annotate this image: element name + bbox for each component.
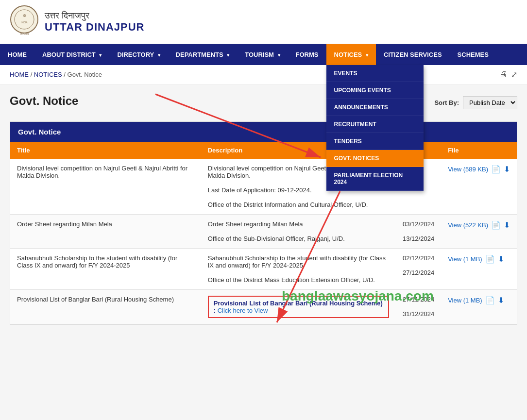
dropdown-item-govt-notices[interactable]: GOVT. NOTICES [326, 150, 424, 167]
dropdown-item-upcoming[interactable]: UPCOMING EVENTS [326, 82, 424, 99]
print-icon[interactable]: 🖨 [499, 70, 507, 79]
dropdown-link-events[interactable]: EVENTS [326, 65, 424, 82]
row4-file-link[interactable]: View (1 MB) 📄⬇ [448, 296, 510, 305]
download-icon[interactable]: ⬇ [498, 254, 504, 264]
breadcrumb-actions: 🖨 ⤢ [499, 70, 517, 79]
nav-item-forms[interactable]: FORMS [288, 44, 326, 65]
row4-file: View (1 MB) 📄⬇ [441, 290, 517, 324]
chevron-down-icon: ▾ [99, 52, 102, 58]
dropdown-link-upcoming[interactable]: UPCOMING EVENTS [326, 82, 424, 99]
col-file: File [441, 142, 517, 159]
sort-bar: Sort By: Publish Date [434, 96, 517, 109]
sort-label: Sort By: [434, 99, 459, 106]
col-title: Title [10, 142, 201, 159]
download-icon[interactable]: ⬇ [498, 296, 504, 305]
dropdown-link-recruitment[interactable]: RECRUITMENT [326, 116, 424, 133]
nav-item-notices[interactable]: NOTICES ▾ EVENTS UPCOMING EVENTS ANNOUNC… [326, 44, 376, 65]
row1-file-link[interactable]: View (589 KB) 📄⬇ [448, 165, 510, 174]
logo-hindi: उत्तर दिनाजपुर [45, 11, 144, 21]
table-header-row: Title Description St... Publish Date Fil… [10, 142, 517, 159]
row4-desc-link[interactable]: Click here to View [218, 307, 268, 314]
nav-link-notices[interactable]: NOTICES ▾ [326, 44, 376, 65]
breadcrumb-sep2: / [64, 71, 67, 78]
table-row: Sahanubhuti Scholarship to the student w… [10, 249, 517, 290]
row2-file-link[interactable]: View (522 KB) 📄⬇ [448, 220, 510, 230]
site-header: ☸ INDIA सत्यमेव उत्तर दिनाजपुर UTTAR DIN… [0, 0, 527, 44]
row2-file: View (522 KB) 📄⬇ [441, 215, 517, 249]
nav-item-home[interactable]: HOME [0, 44, 34, 65]
chevron-down-icon: ▾ [278, 52, 280, 58]
nav-item-about[interactable]: ABOUT DISTRICT ▾ [34, 44, 109, 65]
row2-title: Order Sheet regarding Milan Mela [10, 215, 201, 249]
main-nav: HOME ABOUT DISTRICT ▾ DIRECTORY ▾ DEPART… [0, 44, 527, 65]
row4-highlighted-cell: Provisional List of Banglar Bari (Rural … [208, 296, 389, 318]
breadcrumb-bar: HOME / NOTICES / Govt. Notice 🖨 ⤢ [0, 65, 527, 84]
dropdown-item-parliament[interactable]: PARLIAMENT ELECTION 2024 [326, 167, 424, 191]
breadcrumb-sep1: / [31, 71, 34, 78]
breadcrumb-current: Govt. Notice [68, 71, 102, 78]
pdf-icon: 📄 [485, 254, 495, 264]
table-title-bar: Govt. Notice [10, 122, 517, 142]
download-icon[interactable]: ⬇ [504, 220, 510, 230]
pdf-icon: 📄 [491, 220, 501, 230]
breadcrumb-home[interactable]: HOME [10, 71, 29, 78]
dropdown-link-parliament[interactable]: PARLIAMENT ELECTION 2024 [326, 167, 424, 191]
svg-text:सत्यमेव: सत्यमेव [19, 32, 29, 35]
dropdown-link-tenders[interactable]: TENDERS [326, 133, 424, 150]
download-icon[interactable]: ⬇ [504, 165, 510, 174]
chevron-down-icon: ▾ [227, 52, 229, 58]
nav-link-home[interactable]: HOME [0, 44, 34, 65]
table-row: Provisional List of Banglar Bari (Rural … [10, 290, 517, 324]
row2-description: Order Sheet regarding Milan Mela Office … [201, 215, 396, 249]
svg-text:INDIA: INDIA [21, 21, 28, 24]
nav-link-departments[interactable]: DEPARTMENTS ▾ [168, 44, 238, 65]
breadcrumb: HOME / NOTICES / Govt. Notice [10, 71, 102, 78]
svg-text:☸: ☸ [23, 14, 26, 18]
nav-item-schemes[interactable]: SCHEMES [450, 44, 496, 65]
table-row: Divisional level competition on Najrul G… [10, 159, 517, 215]
row2-start-date: 03/12/202413/12/2024 [396, 215, 441, 249]
nav-item-tourism[interactable]: TOURISM ▾ [237, 44, 288, 65]
nav-link-about[interactable]: ABOUT DISTRICT ▾ [34, 44, 109, 65]
dropdown-item-events[interactable]: EVENTS [326, 65, 424, 82]
nav-item-directory[interactable]: DIRECTORY ▾ [109, 44, 168, 65]
row3-start-date: 02/12/202427/12/2024 [396, 249, 441, 290]
dropdown-item-announcements[interactable]: ANNOUNCEMENTS [326, 99, 424, 116]
site-logo: ☸ INDIA सत्यमेव उत्तर दिनाजपुर UTTAR DIN… [10, 5, 144, 39]
row3-description: Sahanubhuti Scholarship to the student w… [201, 249, 396, 290]
chevron-down-icon: ▾ [366, 52, 368, 58]
row1-file: View (589 KB) 📄⬇ [441, 159, 517, 215]
share-icon[interactable]: ⤢ [511, 70, 517, 79]
page-wrapper: ☸ INDIA सत्यमेव उत्तर दिनाजपुर UTTAR DIN… [0, 0, 527, 335]
row3-title: Sahanubhuti Scholarship to the student w… [10, 249, 201, 290]
row4-description: Provisional List of Banglar Bari (Rural … [201, 290, 396, 324]
notice-table-body: Divisional level competition on Najrul G… [10, 159, 517, 324]
nav-link-forms[interactable]: FORMS [288, 44, 326, 65]
pdf-icon: 📄 [485, 296, 495, 305]
emblem-icon: ☸ INDIA सत्यमेव [10, 5, 39, 39]
nav-link-directory[interactable]: DIRECTORY ▾ [109, 44, 168, 65]
notices-dropdown: EVENTS UPCOMING EVENTS ANNOUNCEMENTS REC… [326, 65, 424, 191]
row3-file: View (1 MB) 📄⬇ [441, 249, 517, 290]
nav-item-departments[interactable]: DEPARTMENTS ▾ [168, 44, 238, 65]
nav-link-citizen[interactable]: CITIZEN SERVICES [376, 44, 450, 65]
dropdown-item-recruitment[interactable]: RECRUITMENT [326, 116, 424, 133]
nav-list: HOME ABOUT DISTRICT ▾ DIRECTORY ▾ DEPART… [0, 44, 527, 65]
dropdown-link-announcements[interactable]: ANNOUNCEMENTS [326, 99, 424, 116]
sort-select[interactable]: Publish Date [463, 96, 517, 109]
logo-english: UTTAR DINAJPUR [45, 21, 144, 34]
dropdown-item-tenders[interactable]: TENDERS [326, 133, 424, 150]
dropdown-link-govt-notices[interactable]: GOVT. NOTICES [326, 150, 424, 167]
row4-title: Provisional List of Banglar Bari (Rural … [10, 290, 201, 324]
nav-link-schemes[interactable]: SCHEMES [450, 44, 496, 65]
nav-item-citizen[interactable]: CITIZEN SERVICES [376, 44, 450, 65]
logo-text-block: उत्तर दिनाजपुर UTTAR DINAJPUR [45, 11, 144, 34]
row3-file-link[interactable]: View (1 MB) 📄⬇ [448, 254, 510, 264]
table-row: Order Sheet regarding Milan Mela Order S… [10, 215, 517, 249]
nav-link-tourism[interactable]: TOURISM ▾ [237, 44, 288, 65]
main-content: Govt. Notice Sort By: Publish Date Govt.… [0, 84, 527, 335]
breadcrumb-notices[interactable]: NOTICES [34, 71, 62, 78]
row4-start-date: 27/11/202431/12/2024 [396, 290, 441, 324]
notice-table-wrapper: Govt. Notice Title Description St... Pub… [10, 121, 517, 325]
row1-title: Divisional level competition on Najrul G… [10, 159, 201, 215]
